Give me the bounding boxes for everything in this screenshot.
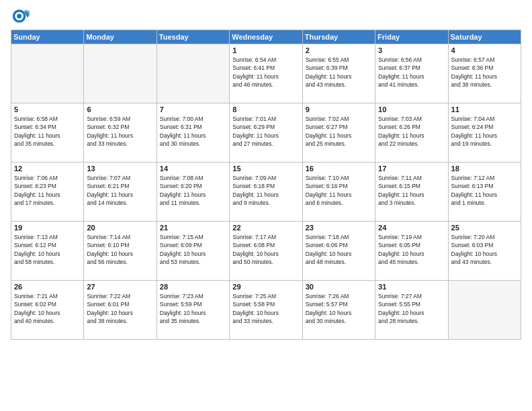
calendar-header (11, 7, 521, 26)
week-row-4: 19Sunrise: 7:13 AMSunset: 6:12 PMDayligh… (11, 222, 521, 281)
day-info: Sunrise: 6:58 AMSunset: 6:34 PMDaylight:… (14, 115, 81, 148)
day-number: 19 (14, 224, 81, 232)
day-number: 28 (160, 283, 226, 291)
calendar-cell: 16Sunrise: 7:10 AMSunset: 6:16 PMDayligh… (302, 163, 375, 222)
calendar-page: SundayMondayTuesdayWednesdayThursdayFrid… (0, 0, 532, 411)
day-number: 27 (87, 283, 153, 291)
calendar-cell: 22Sunrise: 7:17 AMSunset: 6:08 PMDayligh… (230, 222, 302, 281)
weekday-header-monday: Monday (84, 30, 157, 44)
calendar-cell: 3Sunrise: 6:56 AMSunset: 6:37 PMDaylight… (375, 44, 448, 103)
day-info: Sunrise: 7:22 AMSunset: 6:01 PMDaylight:… (87, 292, 153, 325)
day-number: 10 (378, 105, 445, 113)
day-number: 14 (160, 165, 226, 173)
calendar-cell: 1Sunrise: 6:54 AMSunset: 6:41 PMDaylight… (230, 44, 302, 103)
day-info: Sunrise: 7:00 AMSunset: 6:31 PMDaylight:… (160, 115, 226, 148)
calendar-cell: 10Sunrise: 7:03 AMSunset: 6:26 PMDayligh… (375, 103, 448, 163)
calendar-cell (157, 44, 229, 103)
calendar-cell: 24Sunrise: 7:19 AMSunset: 6:05 PMDayligh… (375, 222, 448, 281)
calendar-cell: 20Sunrise: 7:14 AMSunset: 6:10 PMDayligh… (84, 222, 157, 281)
calendar-cell: 14Sunrise: 7:08 AMSunset: 6:20 PMDayligh… (157, 163, 229, 222)
day-info: Sunrise: 7:14 AMSunset: 6:10 PMDaylight:… (87, 233, 153, 266)
calendar-cell: 27Sunrise: 7:22 AMSunset: 6:01 PMDayligh… (84, 281, 157, 340)
week-row-1: 1Sunrise: 6:54 AMSunset: 6:41 PMDaylight… (11, 44, 521, 103)
day-number: 30 (306, 283, 372, 291)
calendar-cell: 18Sunrise: 7:12 AMSunset: 6:13 PMDayligh… (448, 163, 521, 222)
day-number: 26 (14, 283, 81, 291)
day-info: Sunrise: 7:23 AMSunset: 5:59 PMDaylight:… (160, 292, 226, 325)
day-number: 18 (451, 165, 518, 173)
day-info: Sunrise: 6:57 AMSunset: 6:36 PMDaylight:… (451, 56, 518, 89)
calendar-cell: 21Sunrise: 7:15 AMSunset: 6:09 PMDayligh… (157, 222, 229, 281)
calendar-cell: 19Sunrise: 7:13 AMSunset: 6:12 PMDayligh… (11, 222, 84, 281)
svg-point-2 (17, 14, 21, 19)
calendar-cell: 28Sunrise: 7:23 AMSunset: 5:59 PMDayligh… (157, 281, 229, 340)
calendar-cell (448, 281, 521, 340)
week-row-5: 26Sunrise: 7:21 AMSunset: 6:02 PMDayligh… (11, 281, 521, 340)
day-info: Sunrise: 6:56 AMSunset: 6:37 PMDaylight:… (378, 56, 445, 89)
day-number: 12 (14, 165, 81, 173)
calendar-cell: 5Sunrise: 6:58 AMSunset: 6:34 PMDaylight… (11, 103, 84, 163)
day-number: 2 (306, 46, 372, 54)
calendar-cell: 7Sunrise: 7:00 AMSunset: 6:31 PMDaylight… (157, 103, 229, 163)
weekday-header-sunday: Sunday (11, 30, 84, 44)
calendar-cell: 15Sunrise: 7:09 AMSunset: 6:18 PMDayligh… (230, 163, 302, 222)
calendar-cell: 31Sunrise: 7:27 AMSunset: 5:55 PMDayligh… (375, 281, 448, 340)
day-number: 21 (160, 224, 226, 232)
day-info: Sunrise: 7:27 AMSunset: 5:55 PMDaylight:… (378, 292, 445, 325)
calendar-cell: 9Sunrise: 7:02 AMSunset: 6:27 PMDaylight… (302, 103, 375, 163)
day-number: 7 (160, 105, 226, 113)
calendar-cell: 2Sunrise: 6:55 AMSunset: 6:39 PMDaylight… (302, 44, 375, 103)
day-number: 4 (451, 46, 518, 54)
day-number: 16 (306, 165, 372, 173)
day-info: Sunrise: 7:18 AMSunset: 6:06 PMDaylight:… (306, 233, 372, 266)
calendar-cell: 12Sunrise: 7:06 AMSunset: 6:23 PMDayligh… (11, 163, 84, 222)
calendar-cell: 13Sunrise: 7:07 AMSunset: 6:21 PMDayligh… (84, 163, 157, 222)
day-info: Sunrise: 6:59 AMSunset: 6:32 PMDaylight:… (87, 115, 153, 148)
calendar-cell: 17Sunrise: 7:11 AMSunset: 6:15 PMDayligh… (375, 163, 448, 222)
day-number: 29 (232, 283, 299, 291)
day-info: Sunrise: 7:19 AMSunset: 6:05 PMDaylight:… (378, 233, 445, 266)
day-number: 1 (232, 46, 299, 54)
day-number: 13 (87, 165, 153, 173)
logo-icon (11, 7, 30, 26)
day-number: 23 (306, 224, 372, 232)
day-number: 17 (378, 165, 445, 173)
day-info: Sunrise: 7:04 AMSunset: 6:24 PMDaylight:… (451, 115, 518, 148)
day-number: 9 (306, 105, 372, 113)
day-info: Sunrise: 7:15 AMSunset: 6:09 PMDaylight:… (160, 233, 226, 266)
day-info: Sunrise: 7:07 AMSunset: 6:21 PMDaylight:… (87, 174, 153, 207)
weekday-header-row: SundayMondayTuesdayWednesdayThursdayFrid… (11, 30, 521, 44)
day-info: Sunrise: 6:55 AMSunset: 6:39 PMDaylight:… (306, 56, 372, 89)
day-info: Sunrise: 7:06 AMSunset: 6:23 PMDaylight:… (14, 174, 81, 207)
day-info: Sunrise: 7:13 AMSunset: 6:12 PMDaylight:… (14, 233, 81, 266)
calendar-cell: 29Sunrise: 7:25 AMSunset: 5:58 PMDayligh… (230, 281, 302, 340)
day-info: Sunrise: 7:09 AMSunset: 6:18 PMDaylight:… (232, 174, 299, 207)
day-number: 3 (378, 46, 445, 54)
day-info: Sunrise: 6:54 AMSunset: 6:41 PMDaylight:… (232, 56, 299, 89)
day-info: Sunrise: 7:25 AMSunset: 5:58 PMDaylight:… (232, 292, 299, 325)
calendar-cell (84, 44, 157, 103)
weekday-header-saturday: Saturday (448, 30, 521, 44)
weekday-header-wednesday: Wednesday (230, 30, 302, 44)
day-number: 20 (87, 224, 153, 232)
day-number: 11 (451, 105, 518, 113)
day-info: Sunrise: 7:11 AMSunset: 6:15 PMDaylight:… (378, 174, 445, 207)
day-number: 25 (451, 224, 518, 232)
calendar-cell: 8Sunrise: 7:01 AMSunset: 6:29 PMDaylight… (230, 103, 302, 163)
day-number: 22 (232, 224, 299, 232)
day-info: Sunrise: 7:17 AMSunset: 6:08 PMDaylight:… (232, 233, 299, 266)
day-info: Sunrise: 7:21 AMSunset: 6:02 PMDaylight:… (14, 292, 81, 325)
day-info: Sunrise: 7:02 AMSunset: 6:27 PMDaylight:… (306, 115, 372, 148)
day-info: Sunrise: 7:12 AMSunset: 6:13 PMDaylight:… (451, 174, 518, 207)
day-number: 31 (378, 283, 445, 291)
calendar-cell: 25Sunrise: 7:20 AMSunset: 6:03 PMDayligh… (448, 222, 521, 281)
day-number: 5 (14, 105, 81, 113)
day-info: Sunrise: 7:10 AMSunset: 6:16 PMDaylight:… (306, 174, 372, 207)
day-info: Sunrise: 7:01 AMSunset: 6:29 PMDaylight:… (232, 115, 299, 148)
calendar-cell (11, 44, 84, 103)
logo (11, 7, 31, 26)
calendar-cell: 11Sunrise: 7:04 AMSunset: 6:24 PMDayligh… (448, 103, 521, 163)
day-info: Sunrise: 7:20 AMSunset: 6:03 PMDaylight:… (451, 233, 518, 266)
weekday-header-friday: Friday (375, 30, 448, 44)
day-number: 24 (378, 224, 445, 232)
